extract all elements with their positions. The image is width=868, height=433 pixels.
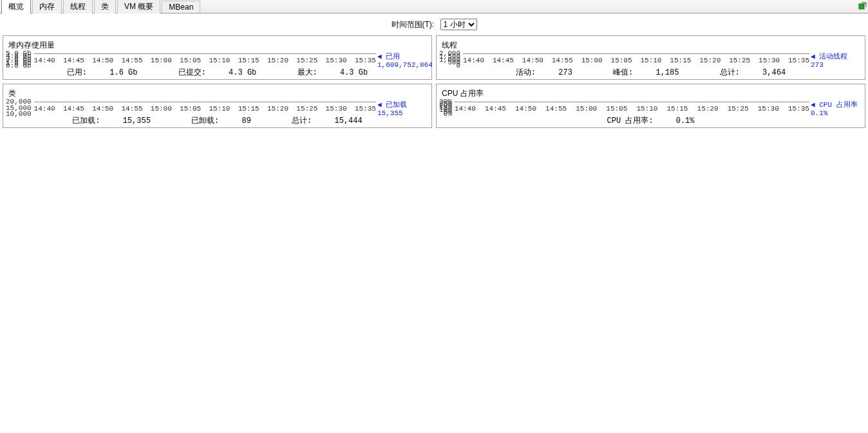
summary-classes: 已加载: 15,355 已卸载: 89 总计: 15,444 (6, 114, 429, 126)
tab-vm-summary[interactable]: VM 概要 (117, 0, 160, 14)
y-axis-heap: 5.0 Gb4.0 Gb3.0 Gb2.0 Gb1.0 Gb0.0 Gb (6, 53, 34, 66)
chart-panel-classes: 类 20,00015,00010,000 14:4014:4514:5014:5… (3, 84, 432, 128)
time-range-select[interactable]: 1 小时 (440, 19, 477, 30)
x-axis-threads: 14:4014:4514:5014:5515:0015:0515:1015:15… (463, 54, 809, 66)
x-axis-classes: 14:4014:4514:5014:5515:0015:0515:1015:15… (34, 102, 376, 114)
summary-heap: 已用: 1.6 Gb 已提交: 4.3 Gb 最大: 4.3 Gb (6, 66, 429, 78)
charts-grid: 堆内存使用量 5.0 Gb4.0 Gb3.0 Gb2.0 Gb1.0 Gb0.0… (0, 33, 868, 133)
plot-threads (463, 53, 809, 54)
legend-threads: ◀ 活动线程 273 (811, 51, 861, 68)
chart-title-heap: 堆内存使用量 (8, 40, 429, 51)
y-axis-cpu: 30%25%20%15%10%5%0% (439, 102, 455, 114)
chart-title-classes: 类 (8, 88, 429, 99)
detach-icon[interactable] (858, 2, 867, 11)
chart-title-threads: 线程 (442, 40, 862, 51)
legend-cpu: ◀ CPU 占用率 0.1% (811, 99, 861, 116)
x-axis-cpu: 14:4014:4514:5014:5515:0015:0515:1015:15… (455, 102, 809, 114)
chart-panel-threads: 线程 2,0001,5001,0005000 14:4014:4514:5014… (436, 35, 865, 80)
svg-rect-0 (859, 4, 864, 9)
tab-threads[interactable]: 线程 (63, 0, 93, 14)
time-range-label: 时间范围(T): (392, 20, 435, 29)
x-axis-heap: 14:4014:4514:5014:5515:0015:0515:1015:15… (34, 54, 376, 66)
tab-overview[interactable]: 概览 (1, 0, 31, 14)
chart-title-cpu: CPU 占用率 (442, 88, 862, 99)
chart-panel-heap: 堆内存使用量 5.0 Gb4.0 Gb3.0 Gb2.0 Gb1.0 Gb0.0… (3, 35, 432, 80)
legend-heap: ◀ 已用 1,609,752,864 (377, 51, 428, 68)
chart-panel-cpu: CPU 占用率 30%25%20%15%10%5%0% 14:4014:4514… (436, 84, 865, 128)
tab-memory[interactable]: 内存 (32, 0, 62, 14)
time-range-bar: 时间范围(T): 1 小时 (0, 14, 868, 33)
y-axis-threads: 2,0001,5001,0005000 (439, 53, 463, 66)
plot-cpu (455, 102, 809, 102)
tab-classes[interactable]: 类 (94, 0, 116, 14)
y-axis-classes: 20,00015,00010,000 (6, 102, 34, 114)
legend-classes: ◀ 已加载 15,355 (377, 99, 428, 116)
plot-heap (34, 53, 376, 54)
summary-cpu: CPU 占用率: 0.1% (439, 114, 862, 126)
tab-mbeans[interactable]: MBean (162, 1, 200, 13)
summary-threads: 活动: 273 峰值: 1,185 总计: 3,464 (439, 66, 862, 78)
plot-classes (34, 102, 376, 102)
tab-bar: 概览 内存 线程 类 VM 概要 MBean (0, 0, 868, 14)
